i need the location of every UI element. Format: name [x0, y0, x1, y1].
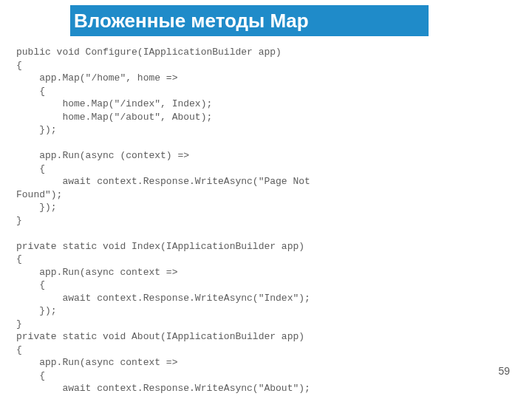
code-line: {: [16, 344, 22, 355]
code-line: });: [16, 124, 57, 135]
code-line: {: [16, 253, 22, 265]
title-bar: Вложенные методы Map: [0, 0, 532, 41]
code-line: {: [16, 86, 45, 97]
code-line: {: [16, 163, 45, 174]
code-line: {: [16, 279, 45, 290]
code-line: app.Run(async context =>: [16, 267, 177, 278]
code-line: });: [16, 202, 57, 213]
code-line: private static void About(IApplicationBu…: [16, 331, 304, 342]
code-line: home.Map("/about", About);: [16, 112, 212, 123]
page-number: 59: [498, 365, 510, 377]
code-line: public void Configure(IApplicationBuilde…: [16, 47, 282, 58]
code-line: }: [16, 215, 22, 226]
code-line: home.Map("/index", Index);: [16, 98, 212, 109]
code-line: });: [16, 305, 57, 316]
code-line: private static void Index(IApplicationBu…: [16, 241, 304, 252]
code-line: app.Run(async (context) =>: [16, 150, 189, 161]
code-line: }: [16, 318, 22, 330]
code-line: app.Run(async context =>: [16, 357, 177, 368]
code-line: {: [16, 60, 22, 71]
code-line: {: [16, 370, 45, 381]
code-line: Found");: [16, 189, 62, 200]
slide: Вложенные методы Map public void Configu…: [0, 0, 532, 399]
title-accent-left: [0, 0, 70, 37]
code-block: public void Configure(IApplicationBuilde…: [16, 46, 386, 395]
code-line: await context.Response.WriteAsync("Index…: [16, 293, 310, 304]
code-line: app.Map("/home", home =>: [16, 72, 177, 83]
code-line: await context.Response.WriteAsync("Page …: [16, 176, 310, 187]
code-line: await context.Response.WriteAsync("About…: [16, 383, 310, 394]
